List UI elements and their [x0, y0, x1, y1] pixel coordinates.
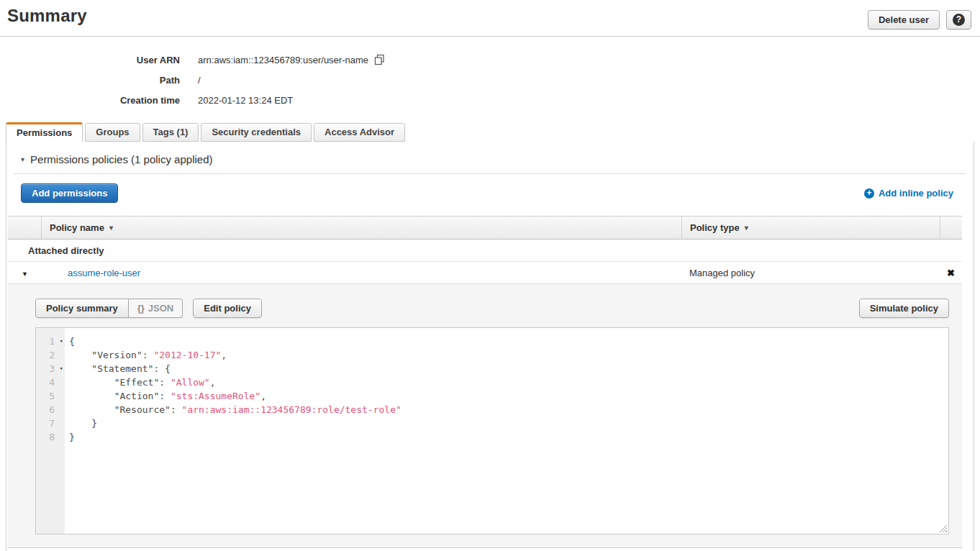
tab-security-credentials[interactable]: Security credentials [201, 123, 312, 142]
header-actions: Delete user ? [868, 6, 973, 29]
add-permissions-button[interactable]: Add permissions [21, 183, 118, 203]
help-icon: ? [953, 14, 965, 26]
policy-actions-row: Add permissions + Add inline policy [21, 183, 953, 203]
detail-row-path: Path / [0, 70, 980, 90]
editor-code-line: "Version": "2012-10-17", [69, 348, 948, 362]
path-label: Path [0, 75, 180, 86]
policy-detail-panel: Policy summary {} JSON Edit policy Simul… [8, 284, 962, 548]
editor-code-line: "Resource": "arn:aws:iam::123456789:role… [69, 403, 948, 416]
section-collapse-caret-icon: ▾ [21, 155, 24, 163]
editor-line-number: 3▾ [36, 362, 65, 375]
editor-gutter: 1▾23▾45678 [36, 328, 65, 534]
policy-detail-buttons: Policy summary {} JSON Edit policy Simul… [35, 299, 949, 318]
policy-table-header: Policy name ▾ Policy type ▾ [8, 216, 962, 240]
page-header: Summary Delete user ? [0, 0, 980, 37]
json-braces-icon: {} [137, 303, 145, 314]
editor-line-number: 7 [36, 416, 65, 430]
editor-line-number: 5 [36, 389, 65, 403]
user-details: User ARN arn:aws:iam::123456789:user/use… [0, 37, 980, 110]
sort-caret-icon: ▾ [109, 224, 113, 232]
path-value: / [198, 75, 201, 86]
expand-column-header [8, 217, 42, 239]
fold-caret-icon[interactable]: ▾ [60, 334, 63, 348]
tab-bar: Permissions Groups Tags (1) Security cre… [0, 122, 980, 142]
policy-type-cell: Managed policy [681, 268, 940, 278]
policy-json-editor[interactable]: 1▾23▾45678 { "Version": "2012-10-17", "S… [35, 327, 949, 534]
tab-permissions[interactable]: Permissions [6, 122, 83, 142]
user-arn-label: User ARN [0, 55, 180, 65]
attached-directly-group-row: Attached directly [8, 240, 962, 262]
policy-summary-button[interactable]: Policy summary [35, 299, 129, 318]
json-view-button[interactable]: {} JSON [129, 299, 183, 318]
editor-line-number: 6 [36, 403, 65, 416]
json-button-label: JSON [148, 303, 173, 314]
editor-code-line: "Effect": "Allow", [69, 375, 948, 389]
policy-view-buttons: Policy summary {} JSON Edit policy [35, 299, 262, 318]
fold-caret-icon[interactable]: ▾ [60, 362, 63, 375]
detach-policy-cell: ✖ [940, 268, 962, 278]
policy-name-column-header[interactable]: Policy name ▾ [42, 217, 681, 239]
section-divider [14, 173, 966, 174]
creation-time-label: Creation time [0, 95, 180, 106]
policy-table: Policy name ▾ Policy type ▾ Attached dir… [8, 216, 962, 548]
detach-policy-icon[interactable]: ✖ [947, 268, 955, 278]
editor-code-line: "Action": "sts:AssumeRole", [69, 389, 948, 403]
creation-time-value: 2022-01-12 13:24 EDT [198, 95, 293, 106]
editor-line-number: 1▾ [36, 334, 65, 348]
editor-code: { "Version": "2012-10-17", "Statement": … [65, 328, 948, 534]
tab-tags[interactable]: Tags (1) [142, 123, 199, 142]
policy-name-header-label: Policy name [50, 222, 104, 233]
permissions-policies-heading: Permissions policies (1 policy applied) [30, 153, 212, 165]
detail-row-creation-time: Creation time 2022-01-12 13:24 EDT [0, 90, 980, 110]
editor-code-line: } [69, 416, 948, 430]
table-row: ▼ assume-role-user Managed policy ✖ [8, 262, 962, 284]
plus-icon: + [864, 188, 874, 199]
editor-code-line: { [69, 334, 948, 348]
editor-code-line: "Statement": { [69, 362, 948, 375]
user-arn-value: arn:aws:iam::123456789:user/user-name [198, 54, 385, 65]
copy-icon[interactable] [373, 54, 385, 65]
actions-column-header [940, 217, 962, 239]
tab-groups[interactable]: Groups [85, 123, 140, 142]
add-inline-policy-link[interactable]: + Add inline policy [864, 188, 953, 199]
editor-code-line: } [69, 430, 948, 444]
permissions-tab-panel: ▾ Permissions policies (1 policy applied… [6, 142, 974, 551]
policy-name-cell: assume-role-user [42, 268, 681, 278]
editor-line-number: 2 [36, 348, 65, 362]
editor-line-number: 4 [36, 375, 65, 389]
delete-user-button[interactable]: Delete user [868, 10, 940, 29]
simulate-policy-button[interactable]: Simulate policy [859, 299, 949, 318]
policy-view-toggle-group: Policy summary {} JSON [35, 299, 183, 318]
sort-caret-icon: ▾ [745, 224, 748, 232]
policy-type-column-header[interactable]: Policy type ▾ [681, 217, 940, 239]
editor-line-number: 8 [36, 430, 65, 444]
row-expand-cell: ▼ [8, 268, 42, 278]
detail-row-user-arn: User ARN arn:aws:iam::123456789:user/use… [0, 50, 980, 70]
help-button[interactable]: ? [946, 10, 971, 29]
edit-policy-button[interactable]: Edit policy [193, 299, 262, 318]
permissions-policies-section-toggle[interactable]: ▾ Permissions policies (1 policy applied… [6, 142, 974, 165]
policy-type-header-label: Policy type [690, 222, 740, 233]
row-expand-caret-icon[interactable]: ▼ [22, 270, 28, 278]
tab-access-advisor[interactable]: Access Advisor [314, 123, 405, 142]
user-arn-text: arn:aws:iam::123456789:user/user-name [198, 55, 368, 65]
add-inline-policy-label: Add inline policy [879, 188, 953, 199]
policy-name-link[interactable]: assume-role-user [68, 268, 140, 278]
page-title: Summary [7, 6, 87, 26]
